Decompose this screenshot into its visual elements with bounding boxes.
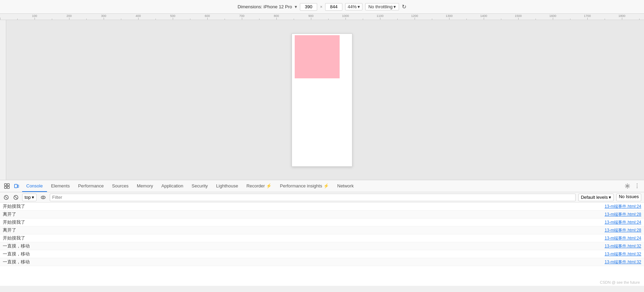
log-text: 一直摸，移动 (3, 243, 605, 249)
log-source[interactable]: 13-m端事件.html:32 (605, 243, 641, 249)
log-text: 开始摸我了 (3, 219, 605, 225)
log-source[interactable]: 13-m端事件.html:32 (605, 259, 641, 265)
tab-security[interactable]: Security (188, 180, 212, 192)
tabs-left-icons (1, 180, 22, 192)
log-row: 一直摸，移动13-m端事件.html:32 (0, 250, 644, 258)
tab-elements[interactable]: Elements (47, 180, 74, 192)
filter-input[interactable] (50, 194, 576, 201)
log-row: 离开了13-m端事件.html:28 (0, 211, 644, 218)
tab-memory[interactable]: Memory (133, 180, 157, 192)
tab-lighthouse[interactable]: Lighthouse (212, 180, 243, 192)
log-source[interactable]: 13-m端事件.html:24 (605, 204, 641, 210)
svg-point-11 (41, 196, 45, 199)
svg-rect-3 (7, 186, 9, 188)
width-input[interactable] (300, 3, 317, 11)
no-issues-button[interactable]: No Issues (616, 194, 641, 201)
more-options-icon[interactable]: ⋮ (633, 182, 641, 190)
svg-rect-2 (4, 186, 7, 188)
rotate-icon[interactable]: ↻ (402, 3, 406, 10)
svg-rect-1 (7, 184, 9, 186)
log-row: 一直摸，移动13-m端事件.html:32 (0, 242, 644, 250)
log-source[interactable]: 13-m端事件.html:28 (605, 227, 641, 233)
console-toolbar: top ▾ Default levels ▾ No Issues (0, 192, 644, 203)
device-frame (292, 33, 352, 167)
chevron-down-icon[interactable]: ▾ (295, 4, 297, 9)
svg-point-6 (627, 185, 628, 187)
tab-performance[interactable]: Performance (74, 180, 108, 192)
dimension-separator: × (320, 4, 322, 9)
height-input[interactable] (325, 3, 342, 11)
log-source[interactable]: 13-m端事件.html:28 (605, 212, 641, 217)
log-source[interactable]: 13-m端事件.html:24 (605, 220, 641, 225)
log-source[interactable]: 13-m端事件.html:32 (605, 251, 641, 257)
log-text: 开始摸我了 (3, 235, 605, 241)
inspect-icon[interactable] (3, 182, 11, 190)
settings-icon[interactable] (623, 182, 632, 190)
clear-console-icon[interactable] (3, 194, 10, 201)
pink-rectangle (295, 35, 340, 78)
log-text: 一直摸，移动 (3, 259, 605, 265)
svg-line-10 (15, 196, 17, 198)
log-row: 开始摸我了13-m端事件.html:24 (0, 203, 644, 211)
levels-chevron-icon: ▾ (609, 195, 611, 200)
log-row: 离开了13-m端事件.html:28 (0, 226, 644, 234)
svg-line-8 (5, 196, 7, 198)
tab-perf-insights[interactable]: Performance insights ⚡ (276, 180, 333, 192)
svg-rect-0 (4, 184, 7, 186)
device-toggle-icon[interactable] (12, 182, 21, 190)
csdn-watermark: CSDN @ see the future (600, 280, 640, 284)
dimensions-label: Dimensions: iPhone 12 Pro (238, 4, 292, 9)
log-text: 一直摸，移动 (3, 251, 605, 257)
log-row: 开始摸我了13-m端事件.html:24 (0, 234, 644, 242)
log-row: 开始摸我了13-m端事件.html:24 (0, 218, 644, 226)
log-text: 离开了 (3, 211, 605, 217)
log-row: 一直摸，移动13-m端事件.html:32 (0, 258, 644, 266)
tab-application[interactable]: Application (157, 180, 188, 192)
svg-rect-4 (15, 184, 17, 188)
tab-console[interactable]: Console (22, 180, 47, 192)
zoom-chevron-icon: ▾ (358, 4, 360, 9)
block-icon[interactable] (12, 194, 19, 201)
tab-network[interactable]: Network (333, 180, 358, 192)
tabs-row: Console Elements Performance Sources Mem… (0, 180, 644, 192)
svg-rect-5 (18, 185, 19, 187)
context-selector[interactable]: top ▾ (22, 194, 37, 201)
tab-sources[interactable]: Sources (108, 180, 133, 192)
log-text: 开始摸我了 (3, 203, 605, 210)
log-source[interactable]: 13-m端事件.html:24 (605, 235, 641, 241)
tab-recorder[interactable]: Recorder ⚡ (242, 180, 276, 192)
throttling-button[interactable]: No throttling ▾ (365, 3, 399, 10)
default-levels-button[interactable]: Default levels ▾ (578, 194, 614, 201)
device-toolbar: Dimensions: iPhone 12 Pro ▾ × 44% ▾ No t… (0, 0, 644, 14)
log-text: 离开了 (3, 227, 605, 233)
devtools-panel: Console Elements Performance Sources Mem… (0, 180, 644, 286)
eye-icon[interactable] (39, 194, 47, 201)
top-ruler: 1002003004005006007008009001000110012001… (0, 14, 644, 20)
console-log[interactable]: 开始摸我了13-m端事件.html:24离开了13-m端事件.html:28开始… (0, 203, 644, 286)
left-ruler (0, 20, 6, 180)
viewport-area (0, 20, 644, 180)
context-chevron-icon: ▾ (32, 195, 34, 200)
throttling-chevron-icon: ▾ (394, 4, 396, 9)
svg-point-12 (42, 197, 44, 198)
tabs-right-icons: ⋮ (622, 180, 643, 192)
zoom-select[interactable]: 44% ▾ (345, 3, 362, 10)
